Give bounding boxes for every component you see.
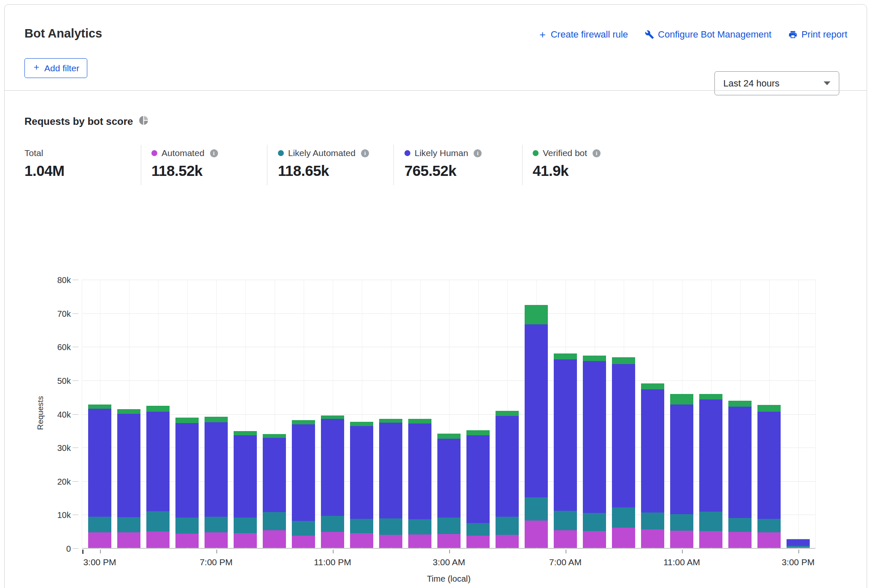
bar-segment-automated: [525, 521, 548, 548]
bar-segment-likely-human: [263, 438, 286, 512]
stat-automated-value: 118.52k: [151, 162, 218, 179]
bar-segment-automated: [728, 532, 752, 548]
chart-bar[interactable]: [670, 394, 693, 548]
chart-bar[interactable]: [728, 401, 752, 548]
chart-bar[interactable]: [234, 431, 257, 548]
legend-dot-verified-bot: [533, 150, 539, 156]
chart-bar[interactable]: [117, 409, 140, 548]
bar-segment-likely-human: [175, 423, 199, 518]
time-range-select[interactable]: Last 24 hours: [714, 71, 839, 95]
bar-segment-verified-bot: [263, 434, 286, 438]
chart-bar[interactable]: [612, 357, 635, 548]
bar-segment-likely-human: [496, 416, 519, 517]
info-icon[interactable]: [210, 149, 218, 157]
bar-segment-likely-human: [292, 424, 315, 521]
bar-segment-automated: [117, 532, 140, 548]
bar-segment-automated: [408, 534, 431, 548]
stats-row: Total 1.04M Automated 118.52k Likely Aut…: [5, 145, 868, 189]
bar-segment-automated: [554, 530, 577, 548]
bar-segment-verified-bot: [757, 405, 781, 412]
chart-bar[interactable]: [292, 420, 315, 548]
stat-likely-automated-value: 118.65k: [278, 162, 369, 179]
bar-segment-likely-automated: [466, 523, 490, 536]
stat-likely-automated-label: Likely Automated: [288, 148, 356, 158]
bar-segment-likely-automated: [728, 518, 752, 532]
bar-segment-likely-automated: [234, 518, 257, 533]
chart-bar[interactable]: [205, 417, 228, 548]
chart-bar[interactable]: [699, 394, 722, 548]
chart-bar[interactable]: [583, 356, 606, 548]
info-icon[interactable]: [593, 149, 601, 157]
bar-segment-likely-human: [321, 419, 344, 516]
chart-bar[interactable]: [175, 418, 199, 548]
bar-segment-automated: [437, 534, 461, 548]
y-tick-label: 0: [45, 544, 71, 554]
bar-segment-verified-bot: [234, 431, 257, 435]
bar-segment-automated: [583, 531, 606, 548]
configure-bot-management-link[interactable]: Configure Bot Management: [645, 29, 771, 40]
bar-segment-verified-bot: [466, 430, 490, 435]
bar-segment-likely-human: [612, 364, 635, 507]
chart-bar[interactable]: [88, 405, 111, 548]
bar-segment-verified-bot: [88, 405, 111, 409]
bar-segment-verified-bot: [496, 411, 519, 416]
print-report-label: Print report: [801, 29, 847, 40]
x-tick-label: 11:00 AM: [652, 557, 711, 567]
y-axis-tick: [73, 515, 78, 515]
chart-bar[interactable]: [757, 405, 781, 548]
y-axis-tick: [73, 347, 78, 347]
bar-segment-automated: [757, 532, 781, 548]
chart-bar[interactable]: [379, 419, 402, 548]
info-icon[interactable]: [474, 149, 482, 157]
info-icon[interactable]: [361, 149, 369, 157]
print-report-link[interactable]: Print report: [788, 29, 847, 40]
bar-segment-verified-bot: [350, 422, 373, 426]
x-tick-label: 3:00 PM: [769, 557, 828, 567]
chart-bar[interactable]: [408, 419, 431, 548]
bar-segment-likely-automated: [117, 517, 140, 532]
bar-segment-likely-automated: [670, 514, 693, 531]
bar-segment-likely-automated: [554, 511, 577, 530]
chart-bar[interactable]: [321, 415, 344, 548]
gridline: [798, 280, 799, 549]
bar-segment-automated: [612, 528, 635, 548]
create-firewall-rule-link[interactable]: Create firewall rule: [538, 29, 628, 40]
bar-segment-likely-automated: [350, 519, 373, 533]
bar-segment-verified-bot: [728, 401, 752, 407]
bar-segment-likely-automated: [263, 512, 286, 530]
chart-bar[interactable]: [263, 434, 286, 548]
bar-segment-automated: [466, 536, 490, 548]
gridline: [815, 280, 816, 549]
chart-bar[interactable]: [554, 353, 577, 548]
chart-bar[interactable]: [641, 383, 664, 548]
stat-total: Total 1.04M: [24, 148, 65, 179]
y-axis-tick: [73, 313, 78, 314]
chart-bar[interactable]: [787, 539, 810, 548]
add-filter-label: Add filter: [44, 63, 79, 73]
section-title-row: Requests by bot score: [24, 115, 149, 127]
y-axis-tick: [73, 548, 78, 549]
add-filter-button[interactable]: Add filter: [24, 58, 87, 78]
bar-segment-likely-automated: [408, 519, 431, 535]
chart-bar[interactable]: [146, 406, 170, 548]
bar-segment-automated: [670, 531, 693, 548]
bar-segment-likely-human: [88, 409, 111, 517]
chart-bar[interactable]: [437, 434, 461, 548]
chart-bar[interactable]: [350, 422, 373, 548]
chart-bar[interactable]: [496, 411, 519, 548]
chart-bar[interactable]: [525, 305, 548, 548]
stat-likely-human-label: Likely Human: [415, 148, 468, 158]
bar-segment-likely-human: [699, 399, 722, 512]
y-axis-tick: [73, 414, 78, 415]
stat-verified-bot: Verified bot 41.9k: [533, 148, 601, 179]
legend-dot-likely-automated: [278, 150, 284, 156]
bar-segment-verified-bot: [321, 415, 344, 419]
y-tick-label: 80k: [45, 275, 71, 285]
bar-segment-likely-automated: [292, 521, 315, 535]
chart-bar[interactable]: [466, 430, 490, 548]
bar-segment-likely-human: [205, 422, 228, 517]
bar-segment-likely-human: [554, 359, 577, 511]
x-axis-tick: [566, 550, 566, 553]
x-axis-tick: [100, 550, 101, 553]
y-tick-label: 60k: [45, 342, 71, 352]
